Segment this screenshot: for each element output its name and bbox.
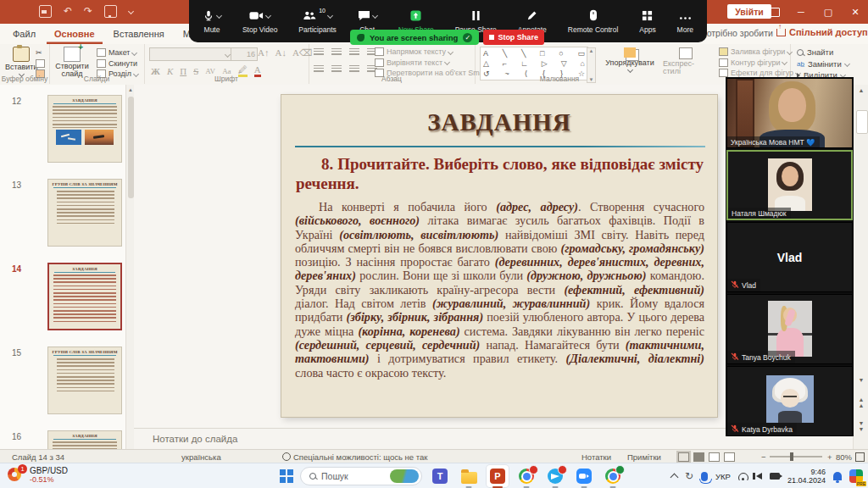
- language-indicator[interactable]: УКР: [715, 472, 731, 481]
- maximize-button[interactable]: ▢: [815, 0, 841, 24]
- participants-chevron-icon[interactable]: [327, 12, 333, 18]
- participant-tile-1[interactable]: Українська Мова НМТ 💙: [726, 78, 853, 148]
- reading-view-button[interactable]: [709, 452, 720, 462]
- previous-slide-button[interactable]: ▲▲: [854, 396, 868, 408]
- zoom-slider-handle[interactable]: [790, 452, 793, 461]
- stop-video-chevron-icon[interactable]: [265, 12, 271, 18]
- tray-camera-icon[interactable]: [770, 473, 780, 480]
- participant-tile-4[interactable]: Tanya Boychuk: [726, 294, 853, 364]
- participant-tile-2[interactable]: Наталя Шмадюк: [726, 150, 853, 220]
- comments-toggle[interactable]: Примітки: [627, 452, 661, 462]
- taskbar-app-chrome[interactable]: [515, 465, 537, 487]
- decrease-indent-button[interactable]: [349, 48, 359, 56]
- scrollbar-thumb[interactable]: [856, 110, 868, 134]
- layout-button[interactable]: Макет: [97, 48, 138, 57]
- arrange-button[interactable]: Упорядкувати: [604, 47, 656, 72]
- zoom-in-button[interactable]: +: [827, 452, 832, 462]
- next-slide-button[interactable]: ▼▼: [854, 420, 868, 432]
- quick-access-chevron-icon[interactable]: [128, 8, 134, 14]
- shape-icon[interactable]: ⌂: [581, 59, 585, 68]
- taskbar-app-chrome[interactable]: [602, 465, 624, 487]
- zoom-participants-button[interactable]: 10Participants: [298, 9, 336, 34]
- scroll-up-icon[interactable]: ▲: [854, 87, 868, 93]
- shape-icon[interactable]: △: [483, 59, 489, 68]
- reset-button[interactable]: Скинути: [97, 59, 138, 68]
- windows-preview-icon[interactable]: PRE: [849, 469, 863, 483]
- shrink-font-button[interactable]: А↓: [275, 47, 286, 58]
- taskbar-widget[interactable]: 1 GBP/USD -0.51%: [7, 465, 68, 484]
- taskbar-app-teams[interactable]: T: [429, 465, 451, 487]
- font-size-combo[interactable]: 16: [231, 47, 258, 61]
- redo-icon[interactable]: ↷: [84, 6, 92, 17]
- shape-icon[interactable]: A: [483, 49, 488, 58]
- align-right-button[interactable]: [349, 65, 359, 73]
- notifications-icon[interactable]: [833, 472, 842, 480]
- slide-thumbnail-15[interactable]: ГРУПИ СЛІВ ЗА ЗНАЧЕННЯМ: [47, 347, 122, 414]
- tray-mic-icon[interactable]: [701, 472, 708, 481]
- scroll-down-icon[interactable]: ▼: [854, 377, 868, 383]
- stop-share-button[interactable]: Stop Share: [483, 30, 544, 45]
- search-box[interactable]: Пошук: [300, 467, 422, 485]
- numbering-button[interactable]: [331, 48, 342, 56]
- shape-icon[interactable]: ∟: [520, 59, 528, 68]
- find-button[interactable]: Знайти: [797, 47, 849, 57]
- language-status[interactable]: українська: [181, 452, 221, 462]
- grow-font-button[interactable]: А↑: [258, 47, 269, 58]
- notes-placeholder[interactable]: Нотатки до слайда: [153, 434, 237, 444]
- save-icon[interactable]: [39, 5, 52, 18]
- shape-icon[interactable]: □: [540, 49, 544, 58]
- paste-button[interactable]: Вставити: [5, 47, 38, 76]
- shape-outline-button[interactable]: Контур фігури: [719, 58, 800, 67]
- participant-tile-5[interactable]: Katya Dyrbavka: [726, 366, 853, 436]
- character-spacing-button[interactable]: AV: [205, 67, 215, 75]
- taskbar-app-explorer[interactable]: [458, 465, 480, 487]
- notes-toggle[interactable]: Нотатки: [581, 452, 611, 462]
- shape-icon[interactable]: ▽: [561, 59, 567, 68]
- volume-icon[interactable]: [756, 473, 762, 480]
- taskbar-app-powerpoint[interactable]: P: [487, 465, 509, 487]
- bullets-button[interactable]: [314, 48, 324, 56]
- taskbar-app-telegram[interactable]: [544, 465, 566, 487]
- new-slide-button[interactable]: Створити слайд: [53, 47, 92, 78]
- accessibility-status[interactable]: Спеціальні можливості: щось не так: [282, 452, 427, 462]
- quick-styles-button[interactable]: Експрес-стилі: [663, 47, 709, 75]
- participant-tile-3[interactable]: VladVlad: [726, 222, 853, 292]
- zoom-slider[interactable]: [770, 456, 822, 458]
- copy-button[interactable]: [36, 59, 45, 68]
- tell-me-box[interactable]: потрібно зробити: [702, 28, 773, 38]
- presenter-display-icon[interactable]: [761, 0, 787, 24]
- font-name-combo[interactable]: [149, 47, 232, 61]
- shape-icon[interactable]: ╲: [521, 49, 526, 58]
- shape-fill-button[interactable]: Заливка фігури: [719, 47, 800, 56]
- mute-chevron-icon[interactable]: [216, 12, 222, 18]
- cut-button[interactable]: ✂: [36, 48, 45, 57]
- minimize-button[interactable]: ─: [788, 0, 814, 24]
- undo-icon[interactable]: ↶: [64, 6, 72, 17]
- slide-thumbnail-13[interactable]: ГРУПИ СЛІВ ЗА ЗНАЧЕННЯМ: [47, 179, 122, 247]
- align-center-button[interactable]: [331, 65, 342, 73]
- shape-icon[interactable]: ⌐: [503, 59, 507, 68]
- sync-icon[interactable]: ↻: [685, 470, 693, 482]
- zoom-remote-control-button[interactable]: Remote Control: [568, 9, 619, 34]
- shape-icon[interactable]: ╲: [503, 49, 507, 58]
- zoom-more-button[interactable]: More: [677, 9, 693, 34]
- shape-icon[interactable]: ▭: [577, 49, 585, 58]
- replace-button[interactable]: ab̲Замінити: [797, 59, 849, 69]
- zoom-apps-button[interactable]: Apps: [639, 9, 655, 34]
- tab-Вставлення[interactable]: Вставлення: [106, 24, 172, 44]
- wifi-icon[interactable]: [738, 473, 748, 480]
- tab-Основне[interactable]: Основне: [47, 24, 103, 44]
- share-button[interactable]: Спільний доступ: [776, 27, 868, 37]
- zoom-out-button[interactable]: −: [761, 452, 766, 462]
- start-slideshow-icon[interactable]: [104, 5, 117, 18]
- fit-to-window-button[interactable]: [855, 452, 865, 463]
- shape-icon[interactable]: ▷: [542, 59, 548, 68]
- taskbar-app-zoom[interactable]: [573, 465, 595, 487]
- shape-icon[interactable]: ○: [559, 49, 563, 58]
- normal-view-button[interactable]: [678, 452, 689, 462]
- zoom-stop-video-button[interactable]: Stop Video: [242, 9, 277, 34]
- editor-vertical-scrollbar[interactable]: ▲ ▼ ▲▲ ▼▼: [853, 85, 868, 449]
- zoom-percentage[interactable]: 80%: [836, 452, 852, 462]
- slide-thumbnail-12[interactable]: ЗАВДАННЯ: [47, 95, 122, 163]
- slide-sorter-view-button[interactable]: [693, 452, 704, 462]
